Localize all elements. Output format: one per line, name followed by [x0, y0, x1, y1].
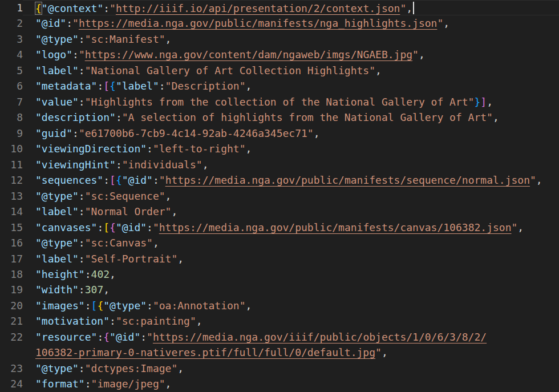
- line-number: 5: [0, 63, 23, 78]
- code-line[interactable]: 5"label":"National Gallery of Art Collec…: [0, 63, 559, 78]
- code-line[interactable]: 3"@type":"sc:Manifest",: [0, 31, 559, 47]
- code-line-content: "viewingHint":"individuals",: [23, 157, 559, 172]
- line-number: 13: [0, 188, 23, 204]
- json-key-token: "motivation": [35, 315, 110, 327]
- bracket-token: ]: [480, 96, 487, 108]
- json-key-token: "images": [35, 300, 85, 312]
- punctuation-token: :: [116, 111, 122, 123]
- code-line[interactable]: 8"description":"A selection of highlight…: [0, 110, 559, 125]
- code-line-content: "motivation":"sc:painting",: [23, 313, 559, 329]
- code-line[interactable]: 19"width":307,: [0, 282, 559, 297]
- line-number: 1: [0, 0, 23, 15]
- punctuation-token: ,: [419, 49, 425, 60]
- code-line[interactable]: 23"@type":"dctypes:Image",: [0, 361, 559, 376]
- string-token: "dctypes:Image": [85, 362, 178, 374]
- link-text[interactable]: https://media.nga.gov/iiif/public/object…: [153, 331, 487, 343]
- link-text[interactable]: http://iiif.io/api/presentation/2/contex…: [116, 2, 400, 14]
- punctuation-token: :: [79, 190, 85, 202]
- line-number: 6: [0, 78, 23, 94]
- code-line[interactable]: 9"guid":"e61700b6-7cb9-4c14-92ab-4246a34…: [0, 126, 559, 141]
- code-line[interactable]: 16"@type":"sc:Canvas",: [0, 235, 559, 250]
- code-line[interactable]: 6"metadata":[{"label":"Description",: [0, 78, 559, 94]
- json-key-token: "label": [35, 205, 79, 217]
- code-line[interactable]: 14"label":"Normal Order",: [0, 204, 559, 219]
- link-text[interactable]: https://media.nga.gov/public/manifests/n…: [79, 17, 438, 29]
- punctuation-token: :: [72, 127, 79, 139]
- bracket-token: {: [116, 174, 122, 186]
- code-line-content: "value":"Highlights from the collection …: [23, 94, 559, 110]
- code-line[interactable]: 2"@id":"https://media.nga.gov/public/man…: [0, 15, 559, 31]
- code-line[interactable]: 13"@type":"sc:Sequence",: [0, 188, 559, 204]
- line-number: 7: [0, 94, 23, 110]
- line-number: 22: [0, 329, 23, 345]
- line-number: 14: [0, 204, 23, 219]
- string-token: ": [530, 174, 536, 186]
- json-key-token: "@type": [35, 190, 79, 202]
- link-text[interactable]: 106382-primary-0-nativeres.ptif/full/ful…: [35, 346, 375, 358]
- punctuation-token: :: [97, 80, 103, 92]
- string-token: ": [512, 221, 518, 233]
- punctuation-token: ,: [165, 378, 172, 390]
- code-line[interactable]: 10"viewingDirection":"left-to-right",: [0, 141, 559, 156]
- line-number: [0, 345, 23, 360]
- code-line[interactable]: 18"height":402,: [0, 266, 559, 282]
- punctuation-token: :: [79, 284, 85, 296]
- code-line-content: "logo":"https://www.nga.gov/content/dam/…: [23, 47, 559, 62]
- json-key-token: "label": [116, 80, 159, 92]
- link-text[interactable]: https://media.nga.gov/public/manifests/c…: [159, 221, 512, 233]
- punctuation-token: ,: [165, 190, 172, 202]
- code-line[interactable]: 21"motivation":"sc:painting",: [0, 313, 559, 329]
- line-number: 9: [0, 126, 23, 141]
- code-line[interactable]: 7"value":"Highlights from the collection…: [0, 94, 559, 110]
- punctuation-token: :: [85, 268, 91, 280]
- string-token: ": [153, 221, 159, 233]
- json-key-token: "description": [35, 111, 116, 123]
- bracket-token: [: [110, 174, 116, 186]
- string-token: ": [375, 346, 382, 358]
- line-number: 20: [0, 298, 23, 313]
- json-key-token: "viewingHint": [35, 159, 116, 171]
- line-number: 2: [0, 15, 23, 31]
- code-line-wrap[interactable]: 106382-primary-0-nativeres.ptif/full/ful…: [0, 345, 559, 360]
- punctuation-token: :: [79, 362, 85, 374]
- punctuation-token: :: [79, 64, 85, 76]
- link-text[interactable]: https://www.nga.gov/content/dam/ngaweb/i…: [85, 49, 412, 60]
- line-number: 21: [0, 313, 23, 329]
- json-key-token: "@type": [35, 362, 79, 374]
- punctuation-token: ,: [103, 284, 110, 296]
- code-line-content: "height":402,: [23, 266, 559, 282]
- code-line[interactable]: 11"viewingHint":"individuals",: [0, 157, 559, 172]
- string-token: ": [147, 331, 153, 343]
- punctuation-token: :: [85, 300, 91, 312]
- json-key-token: "@id": [110, 331, 140, 343]
- line-number: 8: [0, 110, 23, 125]
- bracket-token: [: [103, 221, 110, 233]
- code-line[interactable]: 22"resource":{"@id":"https://media.nga.g…: [0, 329, 559, 345]
- punctuation-token: ,: [487, 96, 493, 108]
- punctuation-token: :: [159, 80, 165, 92]
- code-line[interactable]: 4"logo":"https://www.nga.gov/content/dam…: [0, 47, 559, 62]
- punctuation-token: ,: [110, 268, 116, 280]
- code-editor[interactable]: 1{"@context":"http://iiif.io/api/present…: [0, 0, 559, 392]
- code-line[interactable]: 15"canvases":[{"@id":"https://media.nga.…: [0, 220, 559, 235]
- punctuation-token: ,: [177, 362, 184, 374]
- code-line[interactable]: 17"label":"Self-Portrait",: [0, 251, 559, 266]
- punctuation-token: :: [79, 237, 85, 249]
- punctuation-token: ,: [443, 17, 449, 29]
- string-token: "individuals": [122, 159, 202, 171]
- string-token: "e61700b6-7cb9-4c14-92ab-4246a345ec71": [79, 127, 314, 139]
- code-line[interactable]: 12"sequences":[{"@id":"https://media.nga…: [0, 172, 559, 188]
- code-line[interactable]: 20"images":[{"@type":"oa:Annotation",: [0, 298, 559, 313]
- punctuation-token: :: [79, 253, 85, 265]
- punctuation-token: ,: [196, 315, 202, 327]
- code-line[interactable]: 24"format":"image/jpeg",: [0, 376, 559, 391]
- code-line-content: "label":"National Gallery of Art Collect…: [23, 63, 559, 78]
- link-text[interactable]: https://media.nga.gov/public/manifests/s…: [165, 174, 530, 186]
- punctuation-token: ,: [536, 174, 542, 186]
- code-line-content: "canvases":[{"@id":"https://media.nga.go…: [23, 220, 559, 235]
- string-token: "Description": [165, 80, 246, 92]
- bracket-token: {: [103, 331, 110, 343]
- json-key-token: "@type": [35, 33, 79, 45]
- code-line[interactable]: 1{"@context":"http://iiif.io/api/present…: [0, 0, 559, 15]
- code-line-content: "resource":{"@id":"https://media.nga.gov…: [23, 329, 559, 345]
